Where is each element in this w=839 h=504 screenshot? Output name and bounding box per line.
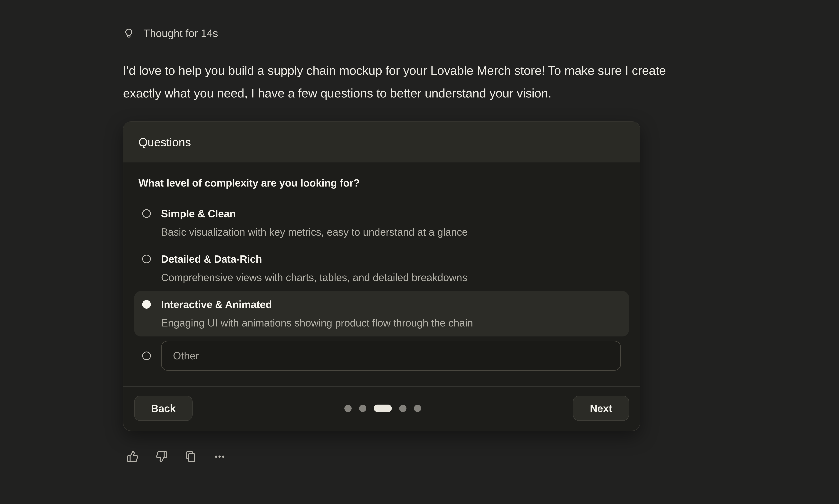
option-title: Interactive & Animated <box>161 295 473 314</box>
lightbulb-icon <box>123 28 134 39</box>
card-title: Questions <box>139 136 191 149</box>
questions-card: Questions What level of complexity are y… <box>123 121 640 431</box>
copy-button[interactable] <box>185 451 197 463</box>
option-text: Interactive & Animated Engaging UI with … <box>161 295 473 332</box>
option-text: Simple & Clean Basic visualization with … <box>161 204 468 241</box>
other-option-input[interactable] <box>161 341 621 371</box>
radio-unselected-icon[interactable] <box>142 352 151 360</box>
option-title: Detailed & Data-Rich <box>161 250 467 268</box>
question-text: What level of complexity are you looking… <box>139 177 629 189</box>
option-text: Detailed & Data-Rich Comprehensive views… <box>161 250 467 287</box>
assistant-message: I'd love to help you build a supply chai… <box>123 59 666 105</box>
thumbs-down-button[interactable] <box>156 451 168 463</box>
more-options-button[interactable] <box>213 451 226 463</box>
message-line: exactly what you need, I have a few ques… <box>123 86 552 100</box>
progress-dot <box>359 405 366 412</box>
radio-unselected-icon[interactable] <box>142 209 151 218</box>
progress-dot <box>414 405 421 412</box>
card-footer: Back Next <box>123 386 640 431</box>
more-options-icon <box>213 451 226 463</box>
option-other[interactable] <box>134 337 629 375</box>
progress-dot-active <box>374 404 392 412</box>
progress-indicator <box>344 404 421 412</box>
option-simple-clean[interactable]: Simple & Clean Basic visualization with … <box>134 200 629 246</box>
thought-toggle[interactable]: Thought for 14s <box>123 27 218 39</box>
option-title: Simple & Clean <box>161 204 468 223</box>
thumbs-up-button[interactable] <box>126 451 139 463</box>
progress-dot <box>399 405 406 412</box>
card-header: Questions <box>123 122 640 162</box>
back-button[interactable]: Back <box>134 396 193 421</box>
thumbs-up-icon <box>126 451 139 463</box>
next-button[interactable]: Next <box>573 396 629 421</box>
thought-label: Thought for 14s <box>143 27 218 39</box>
card-body: What level of complexity are you looking… <box>123 162 640 386</box>
message-line: I'd love to help you build a supply chai… <box>123 64 666 77</box>
copy-icon <box>185 451 197 463</box>
option-description: Basic visualization with key metrics, ea… <box>161 223 468 241</box>
option-interactive-animated[interactable]: Interactive & Animated Engaging UI with … <box>134 291 629 337</box>
radio-selected-icon[interactable] <box>142 300 151 309</box>
thumbs-down-icon <box>156 451 168 463</box>
option-description: Engaging UI with animations showing prod… <box>161 314 473 332</box>
radio-unselected-icon[interactable] <box>142 255 151 263</box>
option-description: Comprehensive views with charts, tables,… <box>161 268 467 287</box>
option-detailed-data-rich[interactable]: Detailed & Data-Rich Comprehensive views… <box>134 246 629 291</box>
message-actions <box>126 451 226 463</box>
progress-dot <box>344 405 352 412</box>
